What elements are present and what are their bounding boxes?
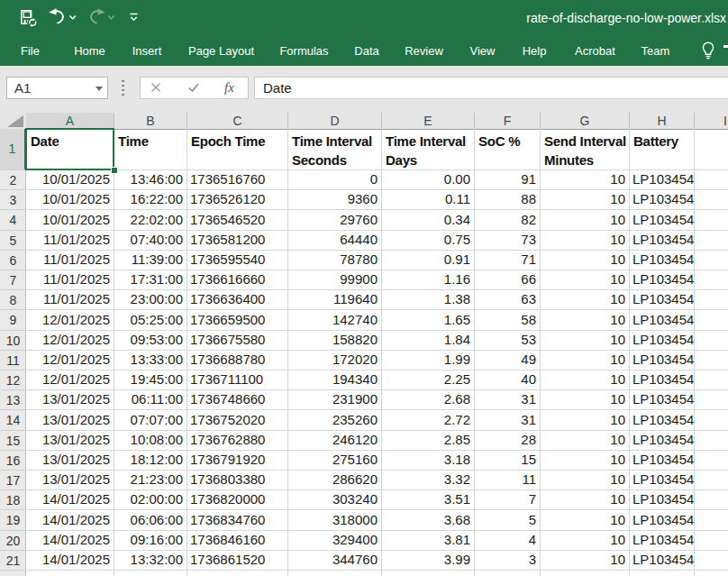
svg-text:fx: fx [224, 80, 234, 95]
